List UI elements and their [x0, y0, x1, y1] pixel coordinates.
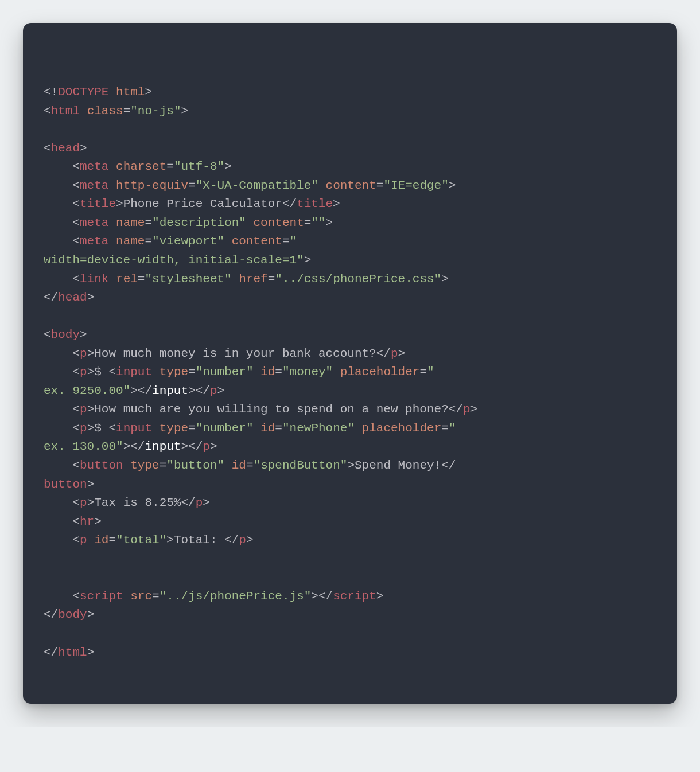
code-token: >Spend Money!</ — [347, 459, 456, 472]
code-token — [224, 459, 232, 472]
code-token: = — [376, 179, 384, 192]
code-token: < — [44, 142, 51, 155]
code-token: "X-UA-Compatible" — [196, 179, 318, 192]
code-token — [87, 533, 95, 547]
code-token: >Tax is 8.25%</ — [87, 496, 196, 509]
code-token: = — [123, 104, 131, 118]
code-token: "money" — [282, 365, 333, 379]
code-token: "../css/phonePrice.css" — [275, 272, 441, 286]
code-token: = — [246, 459, 254, 472]
code-token: link — [80, 272, 108, 286]
code-token: > — [246, 533, 254, 547]
code-token: = — [145, 216, 152, 229]
code-token: >Phone Price Calculator</ — [116, 197, 297, 210]
code-token: < — [44, 590, 80, 603]
code-token: < — [44, 160, 80, 173]
code-token: placeholder — [362, 422, 442, 435]
code-token: < — [44, 403, 80, 416]
code-token: input — [116, 365, 152, 379]
code-token: ></ — [123, 440, 145, 453]
code-token: head — [58, 291, 87, 304]
code-token: < — [44, 347, 80, 360]
code-token: input — [152, 384, 188, 397]
code-token: content — [254, 216, 304, 229]
code-token: ex. 130.00" — [44, 440, 123, 453]
code-token: "spendButton" — [254, 459, 348, 472]
code-token: p — [196, 496, 203, 509]
code-token: </ — [44, 646, 58, 659]
code-token: = — [160, 459, 167, 472]
code-token: " — [449, 422, 456, 435]
code-token: < — [44, 533, 80, 547]
code-token: < — [44, 496, 80, 509]
code-token: p — [239, 533, 246, 547]
code-token: placeholder — [340, 365, 420, 379]
code-token: p — [210, 384, 217, 397]
code-token: "number" — [196, 422, 254, 435]
code-token: p — [463, 403, 470, 416]
code-token: = — [152, 590, 160, 603]
code-token: title — [297, 197, 333, 210]
code-token: "" — [311, 216, 325, 229]
code-token: charset — [116, 160, 166, 173]
code-token: < — [44, 459, 80, 472]
code-token: html — [58, 646, 87, 659]
code-token: content — [232, 235, 282, 248]
code-token: body — [58, 608, 87, 621]
code-token: < — [44, 328, 51, 341]
code-token — [108, 160, 116, 173]
code-token: < — [44, 104, 51, 118]
code-token: </ — [44, 608, 58, 621]
code-token: < — [44, 179, 80, 192]
code-token: width=device-width, initial-scale=1" — [44, 254, 304, 267]
code-token — [123, 590, 131, 603]
code-token: > — [449, 179, 456, 192]
code-token: = — [282, 235, 290, 248]
code-token: name — [116, 216, 145, 229]
code-token: button — [80, 459, 123, 472]
code-card: <!DOCTYPE html> <html class="no-js"> <he… — [23, 23, 677, 704]
code-token — [152, 365, 160, 379]
code-token: > — [398, 347, 406, 360]
code-token: > — [80, 328, 87, 341]
code-token: > — [441, 272, 449, 286]
code-token: = — [108, 533, 116, 547]
code-token: p — [203, 440, 210, 453]
code-token: meta — [80, 160, 108, 173]
code-token: src — [130, 590, 152, 603]
code-token: = — [268, 272, 275, 286]
code-token: id — [260, 422, 275, 435]
code-token: p — [80, 496, 87, 509]
code-token: < — [44, 216, 80, 229]
code-token: < — [44, 515, 80, 528]
code-token: "button" — [166, 459, 224, 472]
code-token: href — [239, 272, 267, 286]
code-token: "description" — [152, 216, 246, 229]
code-token: < — [44, 272, 80, 286]
code-token: id — [260, 365, 275, 379]
code-token: > — [94, 515, 102, 528]
code-token: p — [80, 347, 87, 360]
code-token: id — [94, 533, 108, 547]
code-token: "number" — [196, 365, 254, 379]
code-token: script — [80, 590, 123, 603]
code-token: "IE=edge" — [383, 179, 448, 192]
code-token: > — [470, 403, 478, 416]
code-token: content — [326, 179, 376, 192]
code-token: p — [80, 533, 87, 547]
code-token — [108, 235, 116, 248]
code-token: > — [181, 104, 188, 118]
code-token: < — [44, 235, 80, 248]
code-token: html — [51, 104, 80, 118]
code-token: < — [44, 422, 80, 435]
code-token: = — [304, 216, 312, 229]
code-token: > — [217, 384, 224, 397]
code-token: > — [87, 646, 95, 659]
code-token: = — [441, 422, 449, 435]
code-token — [80, 104, 87, 118]
code-token — [108, 216, 116, 229]
code-token: body — [51, 328, 80, 341]
code-token: p — [80, 422, 87, 435]
code-token: type — [130, 459, 159, 472]
code-token: > — [376, 590, 384, 603]
